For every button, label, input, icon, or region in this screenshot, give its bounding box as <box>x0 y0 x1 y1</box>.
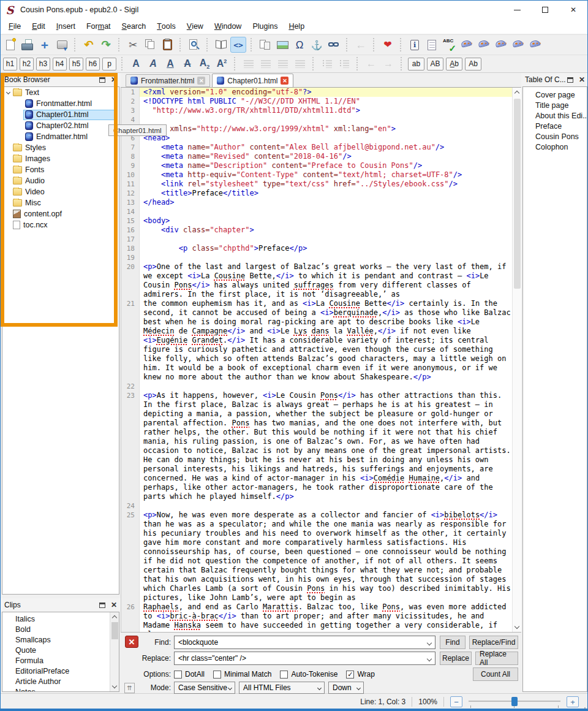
float-panel-icon[interactable] <box>567 77 573 83</box>
tree-item-audio[interactable]: Audio <box>2 175 119 186</box>
code-text[interactable]: <meta name="Revised" content="2018-04-16… <box>140 152 512 161</box>
expand-find-options-icon[interactable]: ⇈ <box>124 683 135 693</box>
clip-item-notes[interactable]: Notes <box>2 686 119 692</box>
clip-item-formula[interactable]: Formula <box>2 655 119 666</box>
plugin-2-icon[interactable] <box>475 37 491 53</box>
close-panel-icon[interactable]: ✕ <box>111 76 117 83</box>
code-text[interactable]: the common euphemism has it, and as <i>L… <box>140 299 512 382</box>
option-auto-tokenise[interactable]: Auto-Tokenise <box>280 670 337 679</box>
code-text[interactable]: <p class="chpthd">Preface</p> <box>140 244 512 253</box>
copy-icon[interactable] <box>142 37 158 53</box>
menu-format[interactable]: Format <box>81 19 116 34</box>
replace-all-button[interactable]: Replace All <box>475 652 518 665</box>
mode-files-select[interactable]: All HTML Files <box>239 682 325 694</box>
zoom-slider-handle[interactable] <box>511 697 518 706</box>
code-text[interactable] <box>140 235 512 244</box>
clip-item-italics[interactable]: Italics <box>2 614 119 624</box>
subscript-icon[interactable]: A2 <box>197 56 213 72</box>
tree-item-misc[interactable]: Misc <box>2 197 119 208</box>
mode-case-select[interactable]: Case Sensitive <box>174 682 235 694</box>
menu-view[interactable]: View <box>181 19 209 34</box>
tab-close-icon[interactable]: ✕ <box>281 77 288 85</box>
zoom-slider[interactable] <box>469 696 560 708</box>
paste-icon[interactable] <box>159 37 175 53</box>
clip-item-bold[interactable]: Bold <box>2 624 119 634</box>
donate-heart-icon[interactable]: ❤ <box>380 37 396 53</box>
toc-item-about-this-edi-[interactable]: About this Edi... <box>523 110 587 121</box>
tree-item-styles[interactable]: Styles <box>2 142 119 153</box>
code-text[interactable]: <?xml version="1.0" encoding="utf-8"?> <box>140 88 512 97</box>
checkbox-icon[interactable] <box>174 671 182 679</box>
menu-window[interactable]: Window <box>209 19 247 34</box>
undo-icon[interactable]: ↶ <box>81 37 97 53</box>
zoom-in-button[interactable]: + <box>567 696 579 707</box>
menu-plugins[interactable]: Plugins <box>247 19 283 34</box>
replace-find-button[interactable]: Replace/Find <box>469 636 518 649</box>
float-panel-icon[interactable] <box>99 603 105 608</box>
code-text[interactable]: <link rel="stylesheet" type="text/css" h… <box>140 180 512 189</box>
combo-dropdown-icon[interactable] <box>427 656 432 661</box>
code-view-icon[interactable]: <> <box>230 37 246 53</box>
code-text[interactable]: <meta http-equiv="Content-Type" content=… <box>140 170 512 180</box>
tab-close-icon[interactable]: ✕ <box>197 77 205 85</box>
menu-edit[interactable]: Edit <box>26 19 51 34</box>
italic-icon[interactable]: A <box>145 56 161 72</box>
superscript-icon[interactable]: A2 <box>214 56 230 72</box>
new-file-icon[interactable] <box>2 37 18 53</box>
code-text[interactable] <box>140 253 512 262</box>
clip-item-article-author[interactable]: Article Author <box>2 676 119 686</box>
code-text[interactable]: <p>One of the last and largest of Balzac… <box>140 262 512 299</box>
code-text[interactable]: <meta name="Description" content="Prefac… <box>140 161 512 170</box>
toc-item-cousin-pons[interactable]: Cousin Pons <box>523 131 587 142</box>
tab-chapter01-html[interactable]: Chapter01.html✕ <box>212 74 293 88</box>
plugin-4-icon[interactable] <box>510 37 526 53</box>
plugin-3-icon[interactable] <box>492 37 508 53</box>
toc-item-title-page[interactable]: Title page <box>523 100 587 110</box>
underline-icon[interactable]: A <box>162 56 178 72</box>
find-replace-icon[interactable] <box>186 37 202 53</box>
strikethrough-icon[interactable]: A <box>179 56 195 72</box>
plugin-5-icon[interactable] <box>527 37 543 53</box>
tree-item-content-opf[interactable]: content.opf <box>2 208 119 219</box>
tree-item-text[interactable]: Text <box>2 87 119 98</box>
split-view-icon[interactable] <box>257 37 273 53</box>
code-text[interactable]: "http://www.w3.org/TR/xhtml11/DTD/xhtml1… <box>140 106 512 115</box>
combo-dropdown-icon[interactable] <box>427 641 432 645</box>
code-text[interactable]: <!DOCTYPE html PUBLIC "-//W3C//DTD XHTML… <box>140 97 512 106</box>
checkbox-icon[interactable] <box>280 671 288 679</box>
close-panel-icon[interactable]: ✕ <box>579 76 585 83</box>
menu-help[interactable]: Help <box>283 19 310 34</box>
heading-h4-button[interactable]: h4 <box>53 58 67 70</box>
close-panel-icon[interactable]: ✕ <box>111 601 117 609</box>
book-view-icon[interactable] <box>213 37 229 53</box>
menu-search[interactable]: Search <box>116 19 152 34</box>
special-character-icon[interactable]: Ω <box>292 37 307 53</box>
menu-tools[interactable]: Tools <box>151 19 181 34</box>
replace-button[interactable]: Replace <box>440 652 472 665</box>
code-text[interactable]: <body> <box>140 216 512 226</box>
toc-edit-icon[interactable] <box>424 37 440 53</box>
tree-item-chapter02-html[interactable]: Chapter02.html <box>2 120 119 131</box>
maximize-button[interactable] <box>531 1 559 19</box>
plugin-1-icon[interactable] <box>458 37 474 53</box>
checkbox-icon[interactable] <box>213 671 221 679</box>
code-text[interactable]: <title>Preface</title> <box>140 189 512 198</box>
tree-item-endmatter-html[interactable]: Endmatter.html <box>2 131 119 142</box>
toc-item-preface[interactable]: Preface <box>523 121 587 131</box>
find-input[interactable]: <blockquote <box>174 636 435 649</box>
mode-direction-select[interactable]: Down <box>328 682 364 694</box>
code-text[interactable]: <head> <box>140 134 512 143</box>
code-text[interactable]: </head> <box>140 198 512 207</box>
tree-item-frontmatter-html[interactable]: Frontmatter.html <box>2 98 119 109</box>
insert-link-icon[interactable] <box>326 37 342 53</box>
count-all-button[interactable]: Count All <box>473 667 518 681</box>
tree-item-images[interactable]: Images <box>2 153 119 164</box>
metadata-info-icon[interactable]: i <box>407 37 423 53</box>
zoom-out-button[interactable]: − <box>450 696 462 707</box>
find-button[interactable]: Find <box>440 636 466 649</box>
save-icon[interactable]: ▼ <box>54 37 70 53</box>
clip-item-quote[interactable]: Quote <box>2 645 119 655</box>
minimize-button[interactable] <box>503 1 531 19</box>
code-editor[interactable]: 1<?xml version="1.0" encoding="utf-8"?>2… <box>121 88 521 632</box>
code-text[interactable]: <div class="chapter"> <box>140 226 512 235</box>
